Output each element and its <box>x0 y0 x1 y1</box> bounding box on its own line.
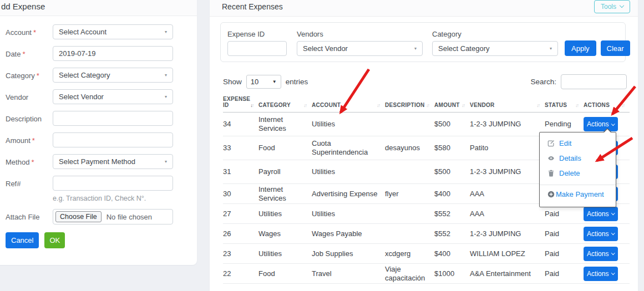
cell-description: Viaje capacitación <box>385 264 434 284</box>
payment-method-select-value: Select Payment Method <box>59 157 135 166</box>
row-actions-button[interactable]: Actions <box>584 227 618 241</box>
filter-vendor-select[interactable]: Select Vendor ▾ <box>297 41 423 56</box>
cell-vendor: WILLIAM LOPEZ <box>470 244 545 264</box>
chevron-down-icon: ▾ <box>165 73 167 78</box>
cell-expense-id: 30 <box>223 184 258 204</box>
filter-expense-id-input[interactable] <box>227 41 287 56</box>
row-actions-label: Actions <box>587 270 608 278</box>
amount-input[interactable] <box>53 132 173 147</box>
column-header-category[interactable]: CATEGORY↓↑ <box>258 96 312 113</box>
select-caret-icon: ▼ <box>272 79 277 84</box>
sort-icon[interactable]: ↓↑ <box>303 103 306 108</box>
add-expense-panel: dd Expense Account* Select Account ▾ Dat… <box>0 0 197 265</box>
cell-vendor: AAA <box>470 204 545 224</box>
chevron-down-icon: ▾ <box>165 29 167 34</box>
filter-box: Expense ID Vendors Select Vendor ▾ Categ… <box>220 22 626 62</box>
eye-icon <box>547 155 555 162</box>
cell-expense-id: 33 <box>223 136 258 160</box>
amount-field-row: Amount* <box>6 132 197 147</box>
menu-item-edit[interactable]: Edit <box>540 136 616 151</box>
sort-icon[interactable]: ↓↑ <box>536 103 539 108</box>
add-expense-title: dd Expense <box>1 2 45 11</box>
vendor-select[interactable]: Select Vendor ▾ <box>53 89 173 104</box>
plus-circle-icon <box>547 191 555 198</box>
menu-item-delete[interactable]: Delete <box>540 166 616 181</box>
cell-category: Utilities <box>258 244 312 264</box>
menu-item-make-payment[interactable]: Make Payment <box>540 185 616 203</box>
page-size-value: 10 <box>251 78 258 86</box>
account-select[interactable]: Select Account ▾ <box>53 24 173 39</box>
search-input[interactable] <box>561 74 627 89</box>
menu-item-edit-label: Edit <box>559 139 571 147</box>
menu-item-make-payment-label: Make Payment <box>556 190 604 198</box>
cell-category: Utilities <box>258 204 312 224</box>
vendor-select-value: Select Vendor <box>59 93 104 101</box>
column-header-account[interactable]: ACCOUNT↓↑ <box>312 96 385 113</box>
cell-description <box>385 113 434 136</box>
date-label: Date* <box>6 46 53 61</box>
filter-category-select[interactable]: Select Category ▾ <box>432 41 558 56</box>
sort-icon[interactable]: ↓↑ <box>377 103 379 108</box>
cell-account: Job Supplies <box>312 244 385 264</box>
cell-vendor: 1-2-3 JUMPING <box>470 224 545 244</box>
required-asterisk: * <box>22 50 25 58</box>
cell-amount: $500 <box>434 113 470 136</box>
cell-category: Food <box>258 264 312 284</box>
filter-category-label: Category <box>432 30 558 38</box>
payment-method-select[interactable]: Select Payment Method ▾ <box>53 154 173 169</box>
file-chosen-text: No file chosen <box>107 213 152 221</box>
category-select[interactable]: Select Category ▾ <box>53 68 173 83</box>
expenses-page: dd Expense Account* Select Account ▾ Dat… <box>0 0 644 291</box>
recent-expenses-title: Recent Expenses <box>222 2 283 11</box>
sort-icon[interactable]: ↓↑ <box>575 103 578 108</box>
account-label: Account* <box>6 24 53 39</box>
chevron-down-icon: ▾ <box>550 46 552 51</box>
cell-status: Paid <box>545 264 584 284</box>
sort-icon[interactable]: ↓↑ <box>426 103 429 108</box>
ref-input[interactable] <box>53 176 173 191</box>
column-header-description[interactable]: DESCRIPTION↓↑ <box>385 96 434 113</box>
cell-category: Wages <box>258 224 312 244</box>
category-field-row: Category* Select Category ▾ <box>6 68 197 83</box>
cell-actions: Actions <box>584 264 630 284</box>
column-header-expense-id[interactable]: EXPENSE ID↓↑ <box>223 96 258 113</box>
column-header-actions[interactable]: ACTIONS↓↑ <box>584 96 630 113</box>
chevron-down-icon: ▾ <box>165 94 167 99</box>
ref-hint: e.g. Transaction ID, Check N°. <box>53 195 173 202</box>
recent-expenses-header: Recent Expenses Tools <box>210 0 638 17</box>
column-header-status[interactable]: STATUS↓↑ <box>545 96 584 113</box>
date-input[interactable] <box>53 46 173 61</box>
amount-label: Amount* <box>6 132 53 147</box>
required-asterisk: * <box>37 72 39 80</box>
choose-file-button[interactable]: Choose File <box>55 211 102 222</box>
cell-account: Utilities <box>312 160 385 184</box>
cancel-button[interactable]: Cancel <box>6 232 39 248</box>
row-actions-button[interactable]: Actions <box>584 247 618 261</box>
entries-label: entries <box>286 78 308 86</box>
row-actions-button[interactable]: Actions <box>584 207 618 221</box>
menu-item-details[interactable]: Details <box>540 151 616 166</box>
description-label: Description <box>6 111 53 126</box>
row-actions-label: Actions <box>587 120 608 128</box>
cell-account: Travel <box>312 264 385 284</box>
cell-amount: $552 <box>434 224 470 244</box>
apply-button[interactable]: Apply <box>565 40 596 56</box>
description-input[interactable] <box>53 111 173 126</box>
sort-icon[interactable]: ↓↑ <box>250 103 253 108</box>
page-size-select[interactable]: 10 ▼ <box>246 75 281 89</box>
ok-button[interactable]: OK <box>44 232 65 248</box>
chevron-down-icon <box>611 271 615 274</box>
filter-expense-id-label: Expense ID <box>227 30 287 38</box>
sort-icon[interactable]: ↓↑ <box>462 103 464 108</box>
column-header-vendor[interactable]: VENDOR↓↑ <box>470 96 545 113</box>
sort-icon[interactable]: ↓↑ <box>621 103 624 108</box>
cell-description <box>385 160 434 184</box>
clear-button[interactable]: Clear <box>601 40 630 56</box>
row-actions-button[interactable]: Actions <box>584 117 618 131</box>
tools-button-label: Tools <box>601 3 616 11</box>
cell-account: Cuota Superintendencia <box>312 136 385 160</box>
row-actions-button[interactable]: Actions <box>584 267 618 281</box>
cell-category: Internet Services <box>258 113 312 136</box>
tools-button[interactable]: Tools <box>594 0 630 13</box>
column-header-amount[interactable]: AMOUNT↓↑ <box>434 96 470 113</box>
